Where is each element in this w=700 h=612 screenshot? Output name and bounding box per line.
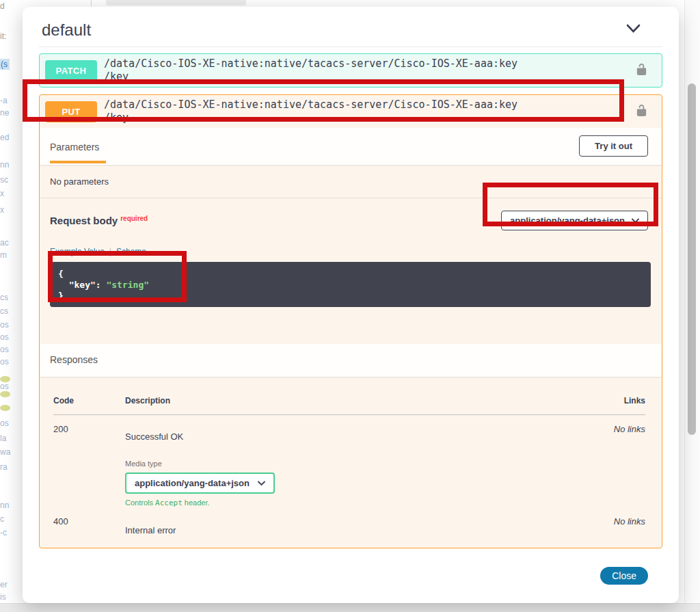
media-type-select[interactable]: application/yang-data+json (125, 473, 275, 494)
bg-text-fragment: ac (0, 238, 9, 248)
dialog-footer: Close (39, 548, 662, 585)
leaf-icon (0, 391, 10, 397)
chevron-down-icon (258, 481, 265, 486)
table-row: 200 Successful OK Media type application… (53, 415, 645, 507)
responses-table-header: Code Description Links (53, 396, 645, 415)
bg-text-fragment: la (0, 434, 6, 443)
column-code: Code (53, 396, 125, 405)
bg-text-fragment: ne (0, 108, 9, 118)
bg-text-fragment: (s (0, 59, 10, 70)
table-row: 400 Internal error No links (53, 507, 645, 535)
bg-text-fragment: wa (0, 447, 10, 457)
bg-text-fragment: os (0, 357, 9, 367)
request-body-label: Request body (50, 215, 118, 226)
unlock-icon[interactable] (635, 63, 648, 79)
bg-text-fragment: os (0, 320, 9, 330)
leaf-icon (0, 405, 10, 411)
bg-text-fragment: os (0, 345, 9, 354)
code-brace-close: } (58, 291, 64, 301)
media-type-block: Media type application/yang-data+json Co… (125, 460, 563, 507)
response-description-text: Internal error (125, 507, 563, 535)
spacer (40, 307, 662, 344)
tab-parameters[interactable]: Parameters (50, 137, 106, 163)
endpoint-put-summary[interactable]: PUT /data/Cisco-IOS-XE-native:native/tac… (40, 95, 662, 128)
bg-text-fragment: cs (0, 293, 8, 302)
chevron-down-icon (632, 218, 639, 224)
media-type-label: Media type (125, 460, 563, 468)
background-divider (91, 0, 92, 6)
request-body-label-wrap: Request bodyrequired (50, 215, 148, 227)
endpoint-put-path: /data/Cisco-IOS-XE-native:native/tacacs-… (104, 98, 627, 124)
try-it-out-button[interactable]: Try it out (579, 135, 648, 157)
no-parameters-text: No parameters (40, 165, 662, 198)
endpoint-patch-summary[interactable]: PATCH /data/Cisco-IOS-XE-native:native/t… (40, 54, 662, 87)
divider (39, 46, 662, 47)
hint-suffix: header. (185, 498, 210, 507)
background-tab (106, 0, 246, 5)
method-badge-put: PUT (45, 101, 97, 122)
chevron-down-icon[interactable] (626, 24, 641, 36)
responses-body: Code Description Links 200 Successful OK… (40, 377, 662, 548)
bg-text-fragment: os (0, 418, 9, 428)
code-brace-open: { (58, 269, 64, 279)
parameters-header: Parameters Try it out (40, 128, 662, 165)
bg-text-fragment: os (0, 332, 9, 342)
code-key: "key": (69, 280, 101, 290)
hint-prefix: Controls (125, 498, 153, 507)
tab-example-value[interactable]: Example Value (50, 247, 105, 256)
path-line2: /key (104, 70, 129, 83)
tab-separator: | (109, 247, 111, 256)
example-code-block: { "key": "string" } (50, 262, 651, 307)
response-description: Successful OK Media type application/yan… (125, 415, 563, 507)
bg-text-fragment: x (0, 189, 4, 198)
response-links: No links (563, 507, 645, 535)
bg-text-fragment: d (0, 1, 5, 11)
accept-header-hint: Controls Accept header. (125, 498, 563, 507)
unlock-icon[interactable] (635, 104, 648, 120)
section-header: default (39, 16, 662, 46)
bg-text-fragment: is (0, 592, 6, 602)
scrollbar-thumb[interactable] (688, 83, 696, 435)
bg-text-fragment: ed (0, 133, 9, 142)
response-links: No links (563, 415, 645, 507)
content-type-select[interactable]: application/yang-data+json (501, 211, 648, 230)
page: dit:(s-aneednnscxxacmcscsososososososlaw… (0, 0, 700, 612)
content-type-value: application/yang-data+json (510, 215, 625, 226)
bg-text-fragment: x (0, 205, 4, 215)
example-tabs: Example Value|Schema (40, 240, 662, 261)
path-line1: /data/Cisco-IOS-XE-native:native/tacacs-… (104, 98, 517, 111)
bg-text-fragment: c (0, 514, 4, 524)
responses-header: Responses (40, 344, 662, 377)
endpoint-put: PUT /data/Cisco-IOS-XE-native:native/tac… (39, 94, 662, 548)
background-strip (0, 603, 700, 612)
bg-text-fragment: -c (0, 528, 7, 537)
bg-text-fragment: m (0, 250, 7, 260)
response-code: 400 (53, 507, 125, 535)
media-type-value: application/yang-data+json (135, 478, 250, 488)
column-links: Links (563, 396, 645, 405)
column-description: Description (125, 396, 563, 405)
bg-text-fragment: ra (0, 462, 8, 472)
method-badge-patch: PATCH (45, 60, 97, 81)
code-value: "string" (106, 280, 149, 290)
bg-text-fragment: sc (0, 175, 8, 185)
bg-text-fragment: er (0, 580, 8, 589)
bg-text-fragment: os (0, 382, 9, 391)
endpoint-patch[interactable]: PATCH /data/Cisco-IOS-XE-native:native/t… (39, 53, 662, 88)
bg-text-fragment: cs (0, 306, 8, 316)
tab-schema[interactable]: Schema (116, 247, 146, 256)
bg-text-fragment: -a (0, 96, 8, 105)
bg-text-fragment: nn (0, 160, 9, 170)
bg-text-fragment: nn (0, 501, 9, 510)
request-body-row: Request bodyrequired application/yang-da… (40, 198, 662, 240)
response-code: 200 (53, 415, 125, 507)
close-button[interactable]: Close (600, 567, 648, 585)
required-badge: required (120, 215, 148, 222)
api-dialog: default PATCH /data/Cisco-IOS-XE-native:… (23, 7, 679, 603)
bg-text-fragment: it: (0, 31, 6, 41)
path-line2: /key (104, 111, 129, 124)
path-line1: /data/Cisco-IOS-XE-native:native/tacacs-… (104, 57, 517, 70)
response-description: Internal error (125, 507, 563, 535)
endpoint-patch-path: /data/Cisco-IOS-XE-native:native/tacacs-… (104, 57, 627, 83)
response-description-text: Successful OK (125, 415, 563, 442)
